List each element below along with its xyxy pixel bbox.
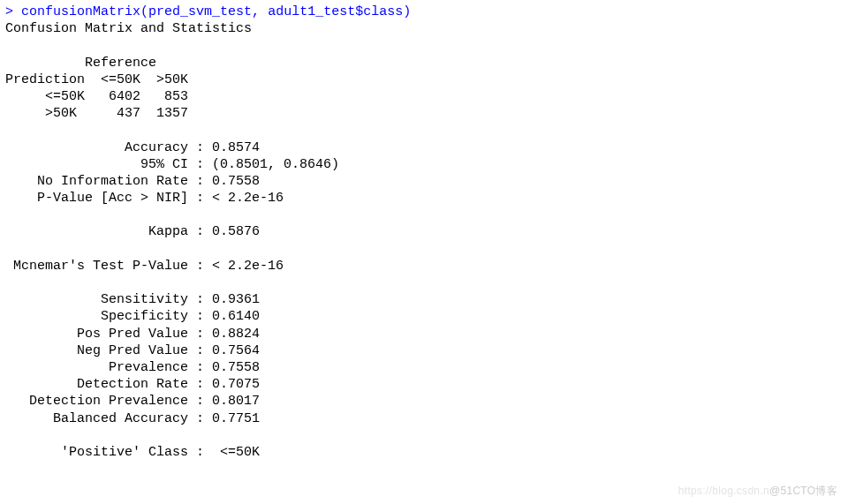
cell-2-2: 1357 [156, 106, 188, 121]
nir-label: No Information Rate [37, 174, 188, 189]
detect-rate-value: 0.7075 [212, 377, 260, 392]
specificity-value: 0.6140 [212, 309, 260, 324]
sensitivity-value: 0.9361 [212, 292, 260, 307]
ppv-value: 0.8824 [212, 327, 260, 342]
kappa-value: 0.5876 [212, 224, 260, 239]
col-header-1: <=50K [101, 72, 140, 87]
accuracy-value: 0.8574 [212, 140, 260, 155]
dollar-operator: $ [355, 4, 363, 19]
detect-prev-label: Detection Prevalence [29, 394, 188, 409]
ci-value: (0.8501, 0.8646) [212, 157, 339, 172]
arg-field: class [363, 4, 403, 19]
function-name: confusionMatrix [21, 4, 140, 19]
watermark: https://blog.csdn.n@51CTO博客 [678, 484, 837, 499]
npv-label: Neg Pred Value [77, 343, 188, 358]
watermark-main: @51CTO博客 [769, 485, 837, 497]
cell-1-1: 6402 [109, 89, 140, 104]
pval-acc-value: < 2.2e-16 [212, 191, 284, 206]
kappa-label: Kappa [148, 224, 188, 239]
detect-prev-value: 0.8017 [212, 394, 260, 409]
arg-data: adult1_test [268, 4, 355, 19]
close-paren: ) [403, 4, 411, 19]
nir-value: 0.7558 [212, 174, 260, 189]
specificity-label: Specificity [101, 309, 188, 324]
row-2-name: >50K [45, 106, 77, 121]
cell-1-2: 853 [164, 89, 188, 104]
ppv-label: Pos Pred Value [77, 327, 188, 342]
pos-class-value: <=50K [212, 445, 260, 460]
ci-label: 95% CI [140, 157, 188, 172]
prediction-label: Prediction [5, 72, 85, 87]
arg-separator: , [252, 4, 268, 19]
pos-class-label: 'Positive' Class [61, 445, 188, 460]
arg-pred: pred_svm_test [148, 4, 252, 19]
mcnemar-label: Mcnemar's Test P-Value [13, 259, 188, 274]
output-header: Confusion Matrix and Statistics [5, 21, 252, 36]
bal-acc-value: 0.7751 [212, 411, 260, 426]
detect-rate-label: Detection Rate [77, 377, 188, 392]
sensitivity-label: Sensitivity [101, 292, 188, 307]
reference-label: Reference [85, 56, 156, 71]
pval-acc-label: P-Value [Acc > NIR] [37, 191, 188, 206]
prompt-symbol: > [5, 4, 13, 19]
npv-value: 0.7564 [212, 343, 260, 358]
col-header-2: >50K [156, 72, 188, 87]
prevalence-value: 0.7558 [212, 360, 260, 375]
bal-acc-label: Balanced Accuracy [53, 411, 188, 426]
cell-2-1: 437 [117, 106, 140, 121]
accuracy-label: Accuracy [125, 140, 188, 155]
watermark-faint: https://blog.csdn.n [678, 485, 769, 497]
open-paren: ( [140, 4, 148, 19]
row-1-name: <=50K [45, 89, 85, 104]
r-console-output: > confusionMatrix(pred_svm_test, adult1_… [0, 0, 848, 464]
prevalence-label: Prevalence [109, 360, 188, 375]
mcnemar-value: < 2.2e-16 [212, 259, 284, 274]
